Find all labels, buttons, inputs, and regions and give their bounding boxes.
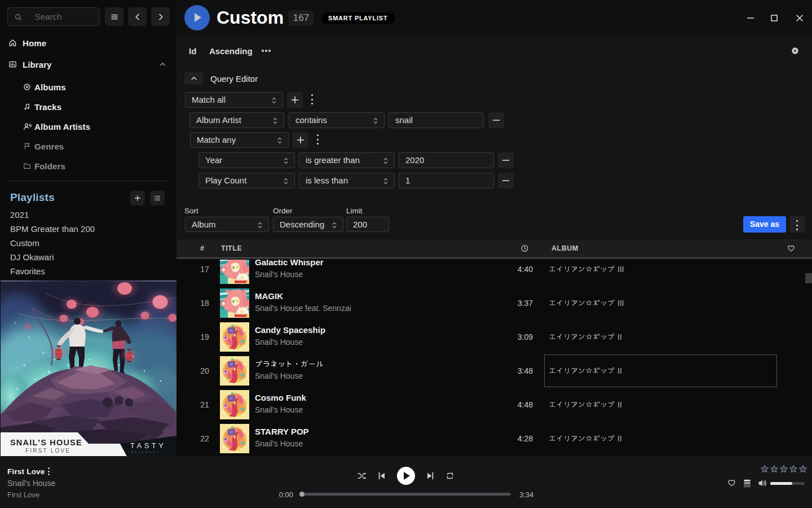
svg-text:BETAMAXI: BETAMAXI: [131, 451, 160, 454]
svg-text:SNAIL'S HOUSE: SNAIL'S HOUSE: [10, 438, 82, 447]
svg-text:TASTY: TASTY: [130, 441, 166, 450]
svg-text:FIRST LOVE: FIRST LOVE: [25, 448, 70, 454]
